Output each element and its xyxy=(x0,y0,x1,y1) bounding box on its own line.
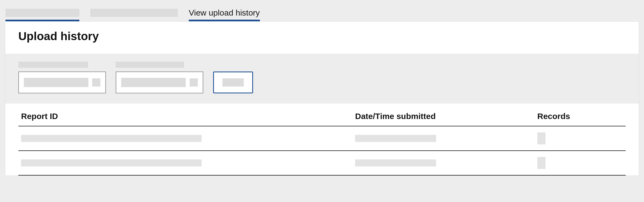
upload-history-table: Report ID Date/Time submitted Records xyxy=(18,103,626,176)
filter-select-2[interactable] xyxy=(116,72,203,93)
cell-placeholder-datetime xyxy=(355,135,436,142)
tab-placeholder-1[interactable] xyxy=(5,9,79,17)
table-row[interactable] xyxy=(18,126,626,151)
cell-placeholder-datetime xyxy=(355,159,436,167)
column-header-records: Records xyxy=(535,103,626,126)
filter-select-1[interactable] xyxy=(18,72,106,93)
page-title: Upload history xyxy=(18,30,626,43)
tab-view-upload-history[interactable]: View upload history xyxy=(189,8,260,21)
cell-placeholder-report-id xyxy=(21,159,202,167)
filter-bar xyxy=(5,54,639,103)
tabs-row: View upload history xyxy=(0,0,644,21)
filter-label-placeholder-1 xyxy=(18,62,88,68)
cell-placeholder-records xyxy=(537,157,546,169)
cell-placeholder-report-id xyxy=(21,135,202,142)
button-label-placeholder xyxy=(222,78,244,87)
chevron-down-icon xyxy=(190,78,198,87)
column-header-datetime: Date/Time submitted xyxy=(352,103,535,126)
select-value-placeholder xyxy=(121,78,186,87)
filter-group-1 xyxy=(18,62,106,93)
table-header-row: Report ID Date/Time submitted Records xyxy=(18,103,626,126)
card-header: Upload history xyxy=(5,22,639,54)
tab-placeholder-2[interactable] xyxy=(90,9,178,17)
page-root: View upload history Upload history xyxy=(0,0,644,202)
cell-placeholder-records xyxy=(537,132,546,144)
filter-group-2 xyxy=(116,62,203,93)
filter-apply-button[interactable] xyxy=(213,72,253,93)
filter-label-placeholder-2 xyxy=(116,62,184,68)
results-table-wrap: Report ID Date/Time submitted Records xyxy=(5,103,639,176)
upload-history-card: Upload history xyxy=(5,21,639,176)
chevron-down-icon xyxy=(92,78,100,87)
table-row[interactable] xyxy=(18,151,626,175)
select-value-placeholder xyxy=(24,78,88,87)
column-header-report-id: Report ID xyxy=(18,103,352,126)
